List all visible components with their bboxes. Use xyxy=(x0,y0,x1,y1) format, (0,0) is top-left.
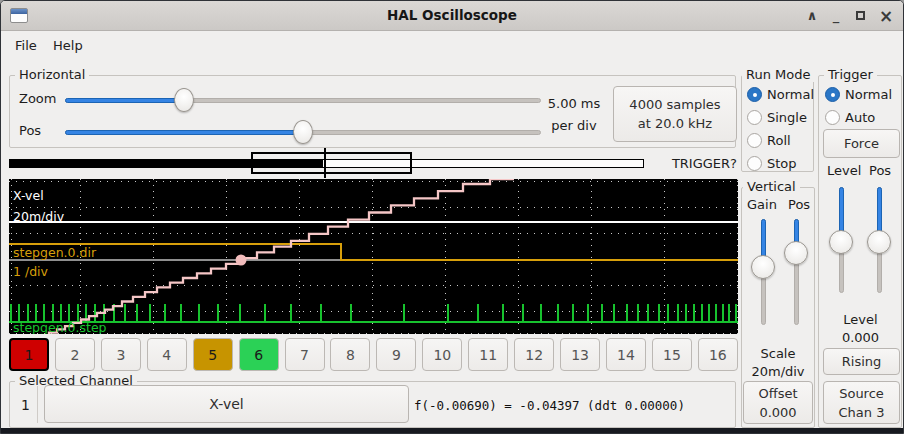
zoom-label: Zoom xyxy=(19,91,56,106)
app-window: HAL Oscilloscope ∧ _ × File Help Horizon… xyxy=(0,0,904,434)
channel-button-5[interactable]: 5 xyxy=(193,338,233,371)
channel-button-9[interactable]: 9 xyxy=(376,338,416,371)
trigger-source-label: Source xyxy=(839,384,884,403)
samples-button[interactable]: 4000 samples at 20.0 kHz xyxy=(613,86,737,142)
radio-circle xyxy=(747,110,762,125)
trigger-group-label: Trigger xyxy=(824,67,877,82)
svg-text:20m/div: 20m/div xyxy=(13,209,65,224)
trigger-position-marker xyxy=(324,148,326,178)
channel-button-13[interactable]: 13 xyxy=(560,338,600,371)
samples-line2: at 20.0 kHz xyxy=(638,114,712,133)
shade-button[interactable]: ∧ xyxy=(801,5,823,27)
radio-circle xyxy=(825,87,840,102)
pos-label: Pos xyxy=(19,123,41,138)
selected-channel-divider xyxy=(37,386,38,423)
svg-text:stepgen.0.step: stepgen.0.step xyxy=(13,320,107,334)
trigger-level-readout: Level 0.000 xyxy=(821,311,900,347)
radio-circle xyxy=(747,87,762,102)
view-window-box xyxy=(251,152,412,174)
channel-button-14[interactable]: 14 xyxy=(606,338,646,371)
trigger-radios: NormalAuto xyxy=(825,83,892,129)
pos-slider-thumb[interactable] xyxy=(293,120,313,144)
trigger-edge-button[interactable]: Rising xyxy=(823,348,900,375)
radio-run-mode-roll[interactable]: Roll xyxy=(747,129,814,152)
channel-button-2[interactable]: 2 xyxy=(55,338,95,371)
channel-button-16[interactable]: 16 xyxy=(698,338,738,371)
pos-slider-fill xyxy=(65,130,303,135)
zoom-slider[interactable] xyxy=(65,88,541,112)
scale-readout: Scale 20m/div xyxy=(743,345,813,381)
trigger-source-value: Chan 3 xyxy=(839,403,885,422)
gain-label: Gain xyxy=(747,197,777,212)
force-button[interactable]: Force xyxy=(823,129,900,158)
svg-text:X-vel: X-vel xyxy=(13,188,44,203)
time-per-div: 5.00 ms per div xyxy=(543,93,605,137)
offset-label: Offset xyxy=(758,384,797,403)
window-title: HAL Oscilloscope xyxy=(1,7,903,23)
radio-circle xyxy=(825,110,840,125)
radio-run-mode-single[interactable]: Single xyxy=(747,106,814,129)
pos-slider[interactable] xyxy=(65,120,541,144)
close-button[interactable]: × xyxy=(875,5,897,27)
selected-channel-number: 1 xyxy=(21,397,30,413)
scale-value: 20m/div xyxy=(743,363,813,381)
channel-button-8[interactable]: 8 xyxy=(330,338,370,371)
radio-trigger-normal[interactable]: Normal xyxy=(825,83,892,106)
time-value: 5.00 ms xyxy=(543,93,605,115)
scale-label: Scale xyxy=(743,345,813,363)
samples-line1: 4000 samples xyxy=(629,95,720,114)
channel-button-12[interactable]: 12 xyxy=(514,338,554,371)
channel-button-1[interactable]: 1 xyxy=(9,338,49,371)
radio-trigger-auto[interactable]: Auto xyxy=(825,106,892,129)
vertical-pos-slider[interactable] xyxy=(784,219,808,325)
trigger-level-label: Level xyxy=(821,311,900,329)
radio-label: Single xyxy=(767,110,807,125)
vertical-group-label: Vertical xyxy=(743,179,800,194)
run-mode-group-label: Run Mode xyxy=(742,67,814,82)
gain-slider[interactable] xyxy=(751,219,775,325)
trigger-level-slider-thumb[interactable] xyxy=(829,230,853,254)
gain-slider-thumb[interactable] xyxy=(751,255,775,279)
vertical-pos-label: Pos xyxy=(788,197,810,212)
channel-row: 12345678910111213141516 xyxy=(9,338,738,371)
zoom-slider-thumb[interactable] xyxy=(174,88,194,112)
trigger-pos-slider[interactable] xyxy=(867,187,891,293)
maximize-icon xyxy=(856,11,865,20)
channel-button-11[interactable]: 11 xyxy=(468,338,508,371)
radio-label: Normal xyxy=(767,87,814,102)
zoom-slider-fill xyxy=(65,98,184,103)
titlebar: HAL Oscilloscope ∧ _ × xyxy=(1,1,903,31)
channel-button-3[interactable]: 3 xyxy=(101,338,141,371)
vertical-pos-slider-thumb[interactable] xyxy=(784,241,808,265)
svg-text:stepgen.0.dir: stepgen.0.dir xyxy=(13,245,97,260)
radio-label: Roll xyxy=(767,133,791,148)
trigger-pos-slider-thumb[interactable] xyxy=(867,230,891,254)
radio-label: Stop xyxy=(767,156,797,171)
channel-button-15[interactable]: 15 xyxy=(652,338,692,371)
time-unit: per div xyxy=(543,115,605,137)
channel-button-6[interactable]: 6 xyxy=(239,338,279,371)
maximize-button[interactable] xyxy=(849,5,871,27)
run-mode-radios: NormalSingleRollStop xyxy=(747,83,814,175)
radio-circle xyxy=(747,133,762,148)
offset-button[interactable]: Offset 0.000 xyxy=(743,381,813,424)
radio-label: Normal xyxy=(845,87,892,102)
channel-button-4[interactable]: 4 xyxy=(147,338,187,371)
trigger-source-button[interactable]: Source Chan 3 xyxy=(823,381,900,424)
trigger-level-slider[interactable] xyxy=(829,187,853,293)
menubar: File Help xyxy=(1,32,903,59)
minimize-button[interactable]: _ xyxy=(825,5,847,27)
channel-source-button[interactable]: X-vel xyxy=(44,385,409,423)
menu-file[interactable]: File xyxy=(9,36,43,55)
bottom-strip xyxy=(1,428,903,434)
channel-button-10[interactable]: 10 xyxy=(422,338,462,371)
trigger-level-col-label: Level xyxy=(827,163,861,178)
svg-text:1 /div: 1 /div xyxy=(13,264,49,279)
radio-run-mode-normal[interactable]: Normal xyxy=(747,83,814,106)
menu-help[interactable]: Help xyxy=(47,36,89,55)
radio-circle xyxy=(747,156,762,171)
horizontal-group-label: Horizontal xyxy=(15,67,89,82)
channel-readout: f(-0.00690) = -0.04397 (ddt 0.00000) xyxy=(414,398,685,413)
radio-run-mode-stop[interactable]: Stop xyxy=(747,152,814,175)
channel-button-7[interactable]: 7 xyxy=(285,338,325,371)
